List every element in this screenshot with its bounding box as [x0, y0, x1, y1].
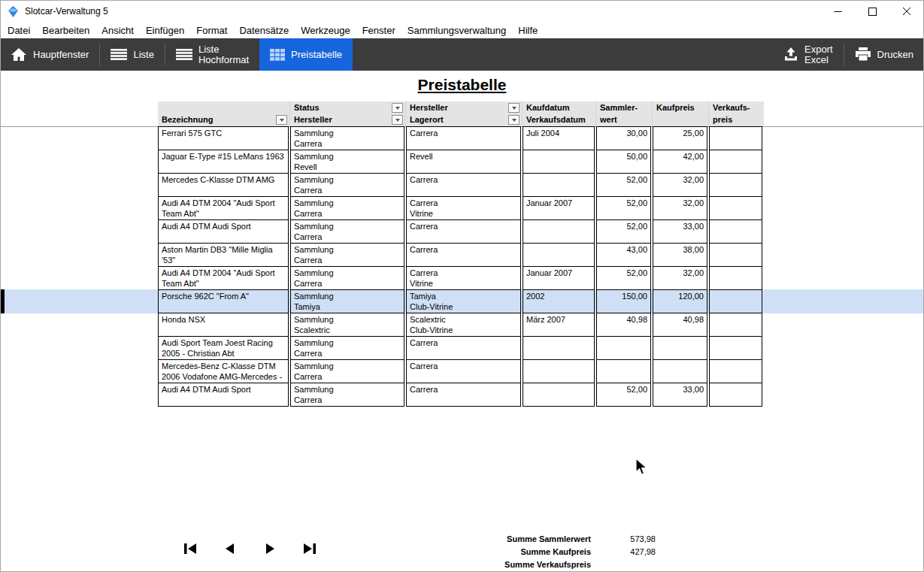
cell-sammlerwert[interactable]: 40,98 [596, 313, 651, 337]
cell-verkaufspreis[interactable] [709, 243, 762, 267]
toolbar-liste-button[interactable]: Liste [100, 38, 164, 71]
filter-dropdown-status[interactable] [392, 103, 403, 113]
cell-verkaufspreis[interactable] [709, 289, 762, 313]
cell-hersteller-lagerort[interactable]: Carrera [406, 243, 521, 267]
cell-status-hersteller[interactable]: Sammlung Carrera [290, 266, 404, 290]
cell-hersteller-lagerort[interactable]: Carrera Vitrine [406, 196, 521, 220]
cell-verkaufspreis[interactable] [709, 336, 762, 360]
cell-kaufdatum[interactable] [523, 359, 595, 383]
cell-kaufpreis[interactable]: 42,00 [653, 150, 707, 174]
cell-bezeichnung[interactable]: Aston Martin DB3 "Mille Miglia '53" [158, 243, 289, 267]
cell-bezeichnung[interactable]: Audi A4 DTM 2004 "Audi Sport Team Abt" [158, 266, 289, 290]
cell-hersteller-lagerort[interactable]: Carrera [406, 219, 521, 244]
cell-status-hersteller[interactable]: Sammlung Carrera [290, 359, 404, 383]
first-record-button[interactable] [183, 542, 198, 555]
cell-status-hersteller[interactable]: Sammlung Carrera [290, 219, 404, 244]
cell-hersteller-lagerort[interactable]: Scalextric Club-Vitrine [406, 313, 521, 337]
cell-bezeichnung[interactable]: Ferrari 575 GTC [158, 126, 289, 150]
cell-kaufdatum[interactable]: Januar 2007 [523, 196, 595, 220]
cell-kaufdatum[interactable] [523, 383, 595, 407]
cell-sammlerwert[interactable]: 52,00 [596, 383, 651, 407]
cell-sammlerwert[interactable]: 52,00 [596, 266, 651, 290]
cell-verkaufspreis[interactable] [709, 266, 762, 290]
cell-verkaufspreis[interactable] [709, 126, 762, 150]
cell-hersteller-lagerort[interactable]: Carrera [406, 126, 521, 150]
cell-hersteller-lagerort[interactable]: Carrera [406, 173, 521, 197]
prev-record-button[interactable] [223, 542, 238, 555]
maximize-button[interactable] [855, 0, 889, 23]
menu-item-werkzeuge[interactable]: Werkzeuge [295, 25, 356, 36]
cell-bezeichnung[interactable]: Jaguar E-Type #15 LeMans 1963 [158, 150, 289, 174]
next-record-button[interactable] [262, 542, 277, 555]
cell-status-hersteller[interactable]: Sammlung Carrera [290, 383, 404, 407]
cell-sammlerwert[interactable]: 30,00 [596, 126, 651, 150]
cell-status-hersteller[interactable]: Sammlung Carrera [290, 336, 404, 360]
cell-kaufpreis[interactable]: 120,00 [653, 289, 707, 313]
filter-dropdown-status-hersteller[interactable] [392, 115, 403, 125]
cell-kaufdatum[interactable] [523, 243, 595, 267]
cell-kaufdatum[interactable]: 2002 [523, 289, 595, 313]
cell-kaufpreis[interactable] [653, 359, 707, 383]
cell-status-hersteller[interactable]: Sammlung Carrera [290, 126, 404, 150]
toolbar-drucken-button[interactable]: Drucken [844, 38, 924, 71]
cell-bezeichnung[interactable]: Audi Sport Team Joest Racing 2005 - Chri… [158, 336, 289, 360]
cell-bezeichnung[interactable]: Mercedes-Benz C-Klasse DTM 2006 Vodafone… [158, 359, 289, 383]
cell-status-hersteller[interactable]: Sammlung Carrera [290, 243, 404, 267]
cell-status-hersteller[interactable]: Sammlung Tamiya [290, 289, 404, 313]
cell-kaufdatum[interactable]: Juli 2004 [523, 126, 595, 150]
cell-verkaufspreis[interactable] [709, 219, 762, 244]
toolbar-liste-hochformat-button[interactable]: Liste Hochformat [165, 38, 259, 71]
cell-hersteller-lagerort[interactable]: Carrera [406, 359, 521, 383]
cell-hersteller-lagerort[interactable]: Tamiya Club-Vitrine [406, 289, 521, 313]
menu-item-datei[interactable]: Datei [2, 25, 36, 36]
cell-status-hersteller[interactable]: Sammlung Carrera [290, 173, 404, 197]
filter-dropdown-bezeichnung[interactable] [276, 115, 287, 125]
cell-kaufdatum[interactable] [523, 150, 595, 174]
menu-item-bearbeiten[interactable]: Bearbeiten [36, 25, 95, 36]
cell-bezeichnung[interactable]: Audi A4 DTM Audi Sport [158, 219, 289, 244]
cell-verkaufspreis[interactable] [709, 313, 762, 337]
last-record-button[interactable] [302, 542, 317, 555]
cell-hersteller-lagerort[interactable]: Revell [406, 150, 521, 174]
cell-hersteller-lagerort[interactable]: Carrera Vitrine [406, 266, 521, 290]
minimize-button[interactable] [820, 0, 855, 23]
cell-sammlerwert[interactable]: 50,00 [596, 150, 651, 174]
menu-item-fenster[interactable]: Fenster [356, 25, 401, 36]
cell-verkaufspreis[interactable] [709, 359, 762, 383]
cell-kaufpreis[interactable] [653, 336, 707, 360]
cell-kaufpreis[interactable]: 33,00 [653, 383, 707, 407]
cell-bezeichnung[interactable]: Audi A4 DTM 2004 "Audi Sport Team Abt" [158, 196, 289, 220]
cell-bezeichnung[interactable]: Audi A4 DTM Audi Sport [158, 383, 289, 407]
cell-kaufdatum[interactable] [523, 173, 595, 197]
cell-verkaufspreis[interactable] [709, 150, 762, 174]
cell-status-hersteller[interactable]: Sammlung Carrera [290, 196, 404, 220]
cell-kaufdatum[interactable] [523, 219, 595, 244]
cell-kaufpreis[interactable]: 33,00 [653, 219, 707, 244]
menu-item-format[interactable]: Format [190, 25, 233, 36]
menu-item-einfuegen[interactable]: Einfügen [140, 25, 190, 36]
cell-sammlerwert[interactable]: 52,00 [596, 173, 651, 197]
filter-dropdown-lagerort[interactable] [508, 115, 520, 125]
cell-kaufpreis[interactable]: 32,00 [653, 173, 707, 197]
menu-item-datensaetze[interactable]: Datensätze [233, 25, 295, 36]
cell-sammlerwert[interactable]: 52,00 [596, 196, 651, 220]
cell-kaufpreis[interactable]: 25,00 [653, 126, 707, 150]
cell-bezeichnung[interactable]: Porsche 962C "From A" [158, 289, 289, 313]
cell-verkaufspreis[interactable] [709, 196, 762, 220]
menu-item-hilfe[interactable]: Hilfe [512, 25, 544, 36]
filter-dropdown-hersteller[interactable] [508, 103, 520, 113]
toolbar-hauptfenster-button[interactable]: Hauptfenster [0, 38, 99, 71]
cell-sammlerwert[interactable]: 43,00 [596, 243, 651, 267]
toolbar-export-excel-button[interactable]: Export Excel [773, 38, 844, 71]
cell-verkaufspreis[interactable] [709, 383, 762, 407]
cell-sammlerwert[interactable]: 150,00 [596, 289, 651, 313]
cell-hersteller-lagerort[interactable]: Carrera [406, 383, 521, 407]
cell-kaufdatum[interactable] [523, 336, 595, 360]
cell-kaufdatum[interactable]: März 2007 [523, 313, 595, 337]
cell-bezeichnung[interactable]: Honda NSX [158, 313, 289, 337]
menu-item-ansicht[interactable]: Ansicht [95, 25, 140, 36]
cell-kaufpreis[interactable]: 32,00 [653, 266, 707, 290]
cell-hersteller-lagerort[interactable]: Carrera [406, 336, 521, 360]
menu-item-sammlungsverwaltung[interactable]: Sammlungsverwaltung [401, 25, 513, 36]
cell-bezeichnung[interactable]: Mercedes C-Klasse DTM AMG [158, 173, 289, 197]
